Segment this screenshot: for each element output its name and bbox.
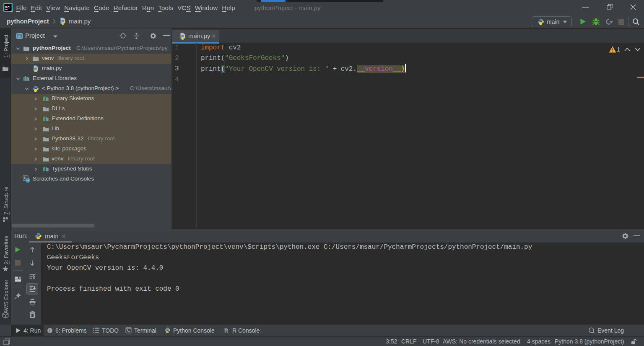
svg-text:PC: PC: [5, 5, 10, 9]
